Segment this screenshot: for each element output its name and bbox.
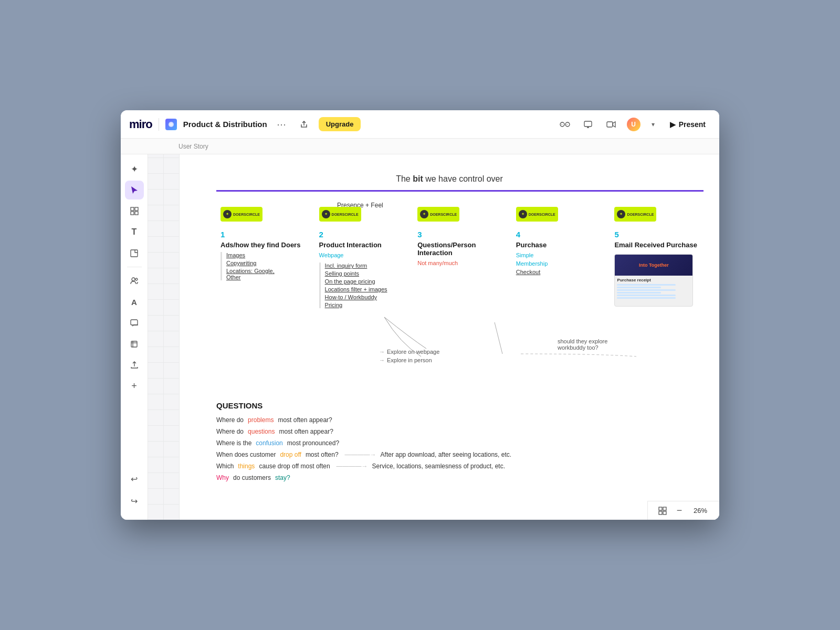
col2-item-pricing[interactable]: Pricing	[325, 302, 410, 308]
col2-items: Incl. inquiry form Selling points On the…	[319, 262, 410, 308]
sparkle-tool[interactable]: ✦	[125, 160, 144, 178]
user-avatar: U	[626, 117, 642, 132]
col1-logo-circle: ✦	[223, 210, 232, 218]
col2-item-pricing-page[interactable]: On the page pricing	[325, 278, 410, 285]
receipt-line-6	[617, 297, 676, 299]
col2-item-selling[interactable]: Selling points	[325, 270, 410, 277]
receipt-lines	[617, 284, 690, 299]
q3-prefix: Where is the	[216, 439, 251, 447]
present-button[interactable]: ▶ Present	[665, 117, 711, 132]
main-area: ✦ T	[121, 154, 719, 520]
col3-subtitle: Not many/much	[417, 260, 508, 266]
grid-tool[interactable]	[125, 202, 144, 220]
q5-prefix: Which	[216, 463, 234, 470]
receipt-title: Purchase receipt	[617, 278, 690, 282]
col4-items: Simple Membership Checkout	[516, 252, 606, 275]
q2-highlight: questions	[248, 428, 275, 435]
cursor-tool[interactable]	[125, 181, 144, 200]
col1-item-images[interactable]: Images	[226, 252, 311, 258]
q3-suffix: most pronounced?	[287, 439, 339, 447]
question-row-4: When does customer drop off most often? …	[216, 451, 709, 458]
col2-item-howto[interactable]: How-to / Workbuddy	[325, 294, 410, 300]
receipt-line-4	[617, 292, 661, 293]
svg-rect-10	[131, 212, 134, 215]
q4-prefix: When does customer	[216, 451, 276, 458]
q5-suffix: cause drop off most often	[259, 463, 330, 470]
col2-subtitle: Webpage	[319, 252, 410, 258]
top-label: The bit we have control over	[180, 174, 719, 184]
svg-text:^: ^	[566, 123, 568, 127]
crop-tool[interactable]	[125, 334, 144, 353]
top-label-prefix: The	[396, 174, 413, 183]
col2-title: Product Interaction	[319, 241, 410, 249]
email-receipt-preview: Into Together Purchase receipt	[614, 254, 705, 307]
explore-note: should they explore workbuddy too?	[558, 338, 621, 351]
more-options-button[interactable]: ⋯	[274, 117, 289, 132]
white-board-area: The bit we have control over Presence + …	[180, 154, 719, 520]
column-2: ✦ DOERSCIRCLE 2 Product Interaction Webp…	[315, 207, 414, 308]
col5-num: 5	[614, 230, 705, 239]
col5-logo-text: DOERSCIRCLE	[627, 213, 654, 216]
col4-logo-text: DOERSCIRCLE	[529, 213, 555, 216]
col4-logo: ✦ DOERSCIRCLE	[516, 207, 558, 222]
column-3: ✦ DOERSCIRCLE 3 Questions/Person Interac…	[413, 207, 512, 308]
col4-checkout[interactable]: Checkout	[516, 269, 606, 275]
top-label-bold: bit	[413, 174, 423, 183]
board-icon	[165, 119, 177, 130]
q6-stay: stay?	[275, 474, 290, 481]
col4-title: Purchase	[516, 241, 606, 249]
upload-tool[interactable]	[125, 355, 144, 374]
text-tool[interactable]: T	[125, 223, 144, 242]
share-button[interactable]	[296, 116, 312, 133]
present-mode-icon[interactable]	[580, 116, 596, 133]
col1-item-locations[interactable]: Locations: Google,Other	[226, 268, 311, 280]
question-row-1: Where do problems most often appear?	[216, 416, 709, 424]
sticky-tool[interactable]	[125, 244, 144, 262]
purple-divider-line	[216, 190, 704, 192]
anchor-tool[interactable]: A	[125, 292, 144, 311]
q1-prefix: Where do	[216, 416, 244, 424]
q4-answer: After app download, after seeing locatio…	[381, 451, 512, 458]
col2-item-locations-filter[interactable]: Locations filter + images	[325, 286, 410, 292]
col1-logo-text: DOERSCIRCLE	[233, 213, 260, 216]
col3-logo-circle: ✦	[420, 210, 428, 218]
svg-rect-6	[584, 121, 592, 127]
people-tool[interactable]	[125, 271, 144, 290]
col4-simple: Simple	[516, 252, 606, 258]
video-icon[interactable]	[603, 116, 620, 133]
left-toolbar: ✦ T	[121, 154, 148, 520]
redo-button[interactable]: ↪	[125, 491, 144, 510]
col1-item-copywriting[interactable]: Copywriting	[226, 260, 311, 266]
q2-suffix: most often appear?	[279, 428, 333, 435]
q1-highlight: problems	[248, 416, 274, 424]
email-receipt-body: Purchase receipt	[615, 276, 692, 301]
q5-arrow: ————→	[337, 463, 368, 470]
col2-item-inquiry[interactable]: Incl. inquiry form	[325, 262, 410, 269]
canvas[interactable]: The bit we have control over Presence + …	[148, 154, 719, 520]
undo-button[interactable]: ↩	[125, 469, 144, 488]
q6-why: Why	[216, 474, 229, 481]
q2-prefix: Where do	[216, 428, 244, 435]
present-label: Present	[679, 120, 706, 129]
reactions-icon[interactable]: ^ ^	[556, 116, 573, 133]
col4-num: 4	[516, 230, 606, 239]
email-receipt-card: Into Together Purchase receipt	[614, 254, 693, 307]
svg-rect-16	[131, 341, 137, 347]
zoom-level: 26%	[690, 507, 711, 514]
svg-point-13	[132, 278, 135, 281]
questions-section: QUESTIONS Where do problems most often a…	[216, 401, 709, 486]
col3-num: 3	[417, 230, 508, 239]
columns-container: ✦ DOERSCIRCLE 1 Ads/how they find Doers …	[216, 207, 709, 308]
svg-rect-8	[131, 207, 134, 211]
avatar-menu-chevron[interactable]: ▾	[648, 119, 658, 130]
q1-suffix: most often appear?	[278, 416, 332, 424]
zoom-out-button[interactable]: −	[673, 505, 686, 517]
explore-webpage: Explore on webpage	[379, 349, 439, 355]
column-1: ✦ DOERSCIRCLE 1 Ads/how they find Doers …	[216, 207, 315, 308]
upgrade-button[interactable]: Upgrade	[319, 117, 361, 131]
comment-tool[interactable]	[125, 313, 144, 332]
col2-logo: ✦ DOERSCIRCLE	[319, 207, 361, 222]
fit-icon[interactable]	[656, 505, 669, 517]
col4-membership: Membership	[516, 260, 606, 267]
add-tool[interactable]: +	[125, 376, 144, 395]
